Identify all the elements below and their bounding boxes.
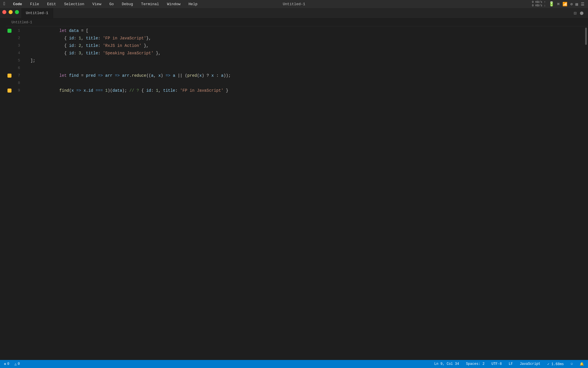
menu-item-window[interactable]: Window bbox=[166, 1, 182, 7]
code-line-9: find(x => x.id === 1)(data); // ? { id: … bbox=[26, 87, 584, 94]
editor-tab[interactable]: Untitled-1 bbox=[21, 8, 53, 18]
status-left: ⊗ 0 △ 0 bbox=[3, 362, 21, 366]
warning-icon: △ bbox=[14, 362, 16, 366]
wifi-signal: 📶 bbox=[562, 2, 567, 7]
notification-center: ☰ bbox=[581, 2, 585, 7]
language-mode[interactable]: JavaScript bbox=[519, 362, 541, 366]
encoding[interactable]: UTF-8 bbox=[490, 362, 503, 366]
menu-item-debug[interactable]: Debug bbox=[121, 1, 134, 7]
line-numbers: 1 2 3 4 bbox=[6, 26, 26, 360]
code-line-5: ]; bbox=[26, 57, 584, 64]
close-button[interactable] bbox=[2, 10, 6, 14]
more-actions-icon[interactable] bbox=[580, 12, 583, 15]
breadcrumb: Untitled-1 bbox=[6, 18, 588, 26]
network-status: 0 KB/s ↑0 KB/s ↓ bbox=[532, 1, 546, 7]
line-row-7: 7 bbox=[6, 72, 26, 79]
timing[interactable]: ✓ 1.68ms bbox=[546, 362, 565, 366]
status-bar: ⊗ 0 △ 0 Ln 9, Col 34 Spaces: 2 UTF-8 LF … bbox=[0, 360, 588, 368]
breakpoint-7[interactable] bbox=[7, 74, 11, 78]
vertical-scrollbar[interactable] bbox=[584, 26, 588, 360]
battery-icon: 🔋 bbox=[549, 1, 554, 7]
line-row-9: 9 bbox=[6, 87, 26, 94]
eol[interactable]: LF bbox=[508, 362, 514, 366]
menu-item-terminal[interactable]: Terminal bbox=[140, 1, 160, 7]
error-icon: ⊗ bbox=[4, 362, 6, 366]
line-row-5: 5 bbox=[6, 57, 26, 64]
line-row-2: 2 bbox=[6, 34, 26, 42]
code-content[interactable]: let data = [ { id: 1, title: 'FP in Java… bbox=[26, 26, 584, 360]
scrollbar-thumb[interactable] bbox=[585, 28, 587, 45]
do-not-disturb: ⊘ bbox=[570, 2, 572, 7]
minimize-button[interactable] bbox=[9, 10, 13, 14]
line-row-3: 3 bbox=[6, 42, 26, 49]
cursor-position[interactable]: Ln 9, Col 34 bbox=[433, 362, 460, 366]
menu-item-file[interactable]: File bbox=[29, 1, 40, 7]
breakpoint-9[interactable] bbox=[7, 89, 11, 93]
code-line-7: let find = pred => arr => arr.reduce((a,… bbox=[26, 72, 584, 79]
code-line-4: { id: 3, title: 'Speaking JavaScript' }, bbox=[26, 49, 584, 57]
maximize-button[interactable] bbox=[15, 10, 19, 14]
indentation[interactable]: Spaces: 2 bbox=[465, 362, 486, 366]
menu-item-code[interactable]: Code bbox=[12, 1, 23, 7]
menu-item-go[interactable]: Go bbox=[108, 1, 115, 7]
menu-item-help[interactable]: Help bbox=[187, 1, 199, 7]
control-center: ▤ bbox=[576, 2, 578, 7]
warning-count[interactable]: △ 0 bbox=[13, 362, 21, 366]
line-row-4: 4 bbox=[6, 49, 26, 57]
status-right: Ln 9, Col 34 Spaces: 2 UTF-8 LF JavaScri… bbox=[433, 362, 585, 366]
menu-bar-right: 0 KB/s ↑0 KB/s ↓ 🔋 ⌘ 📶 ⊘ ▤ ☰ bbox=[532, 1, 585, 7]
bell-icon: 🔔 bbox=[580, 362, 584, 366]
notification-icon[interactable]: 🔔 bbox=[579, 362, 585, 366]
editor-area: Untitled-1 1 2 bbox=[0, 18, 588, 360]
apple-logo[interactable]:  bbox=[3, 1, 6, 7]
breakpoint-1[interactable] bbox=[7, 29, 11, 33]
menu-bar:  Code File Edit Selection View Go Debug… bbox=[0, 0, 588, 8]
line-row-8: 8 bbox=[6, 79, 26, 87]
split-editor-icon[interactable]: ⊡ bbox=[574, 10, 577, 16]
line-row-1: 1 bbox=[6, 27, 26, 34]
feedback-icon[interactable]: ☺ bbox=[570, 362, 574, 366]
menu-item-edit[interactable]: Edit bbox=[46, 1, 57, 7]
menu-item-view[interactable]: View bbox=[91, 1, 102, 7]
traffic-lights bbox=[0, 8, 21, 16]
line-row-6: 6 bbox=[6, 64, 26, 72]
smiley-icon: ☺ bbox=[571, 362, 573, 366]
error-count[interactable]: ⊗ 0 bbox=[3, 362, 10, 366]
menu-item-selection[interactable]: Selection bbox=[63, 1, 85, 7]
window-title: Untitled-1 bbox=[283, 2, 305, 6]
wifi-icon: ⌘ bbox=[557, 2, 560, 7]
